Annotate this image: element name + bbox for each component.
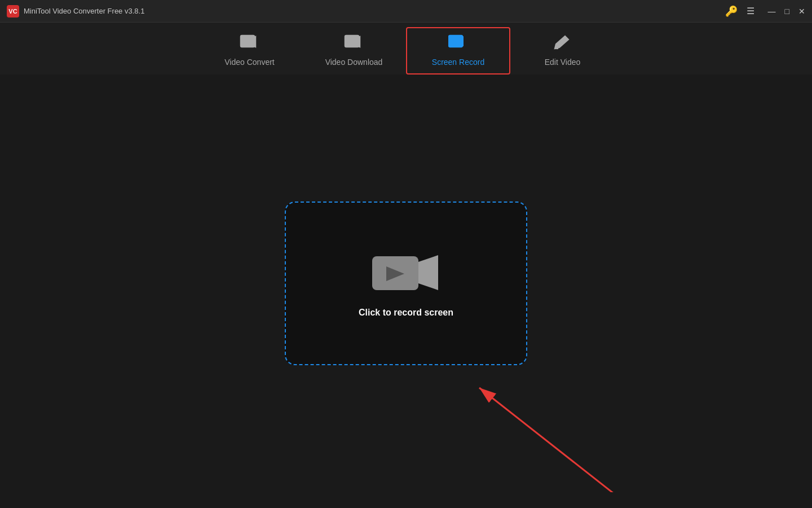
edit-video-icon [553,33,573,53]
main-content: Click to record screen [0,75,812,492]
tab-video-download-label: Video Download [325,58,383,67]
key-icon[interactable]: 🔑 [725,5,738,17]
maximize-button[interactable]: □ [785,7,789,15]
screen-record-icon [448,33,469,53]
svg-line-14 [479,388,637,492]
close-button[interactable]: ✕ [798,7,805,15]
video-download-icon [344,33,364,53]
title-bar: VC MiniTool Video Converter Free v3.8.1 … [0,0,812,23]
tab-screen-record-label: Screen Record [432,58,484,67]
window-controls: — □ ✕ [768,7,805,15]
tab-video-convert[interactable]: Video Convert [197,27,302,75]
menu-icon[interactable]: ☰ [747,6,754,16]
title-bar-left: VC MiniTool Video Converter Free v3.8.1 [7,5,144,17]
tab-screen-record[interactable]: Screen Record [406,27,510,75]
title-bar-right: 🔑 ☰ — □ ✕ [725,5,805,17]
video-convert-icon [240,33,260,53]
tab-edit-video-label: Edit Video [545,58,581,67]
svg-marker-12 [418,255,438,290]
nav-bar: Video Convert Video Download Screen Reco… [0,23,812,75]
record-camera-icon [369,249,443,297]
tab-video-download[interactable]: Video Download [302,27,406,75]
click-to-record-label: Click to record screen [359,308,453,318]
app-title: MiniTool Video Converter Free v3.8.1 [24,7,144,15]
minimize-button[interactable]: — [768,7,776,15]
tab-edit-video[interactable]: Edit Video [510,27,615,75]
tab-video-convert-label: Video Convert [224,58,274,67]
app-logo: VC [7,5,19,17]
record-area[interactable]: Click to record screen [285,202,527,365]
